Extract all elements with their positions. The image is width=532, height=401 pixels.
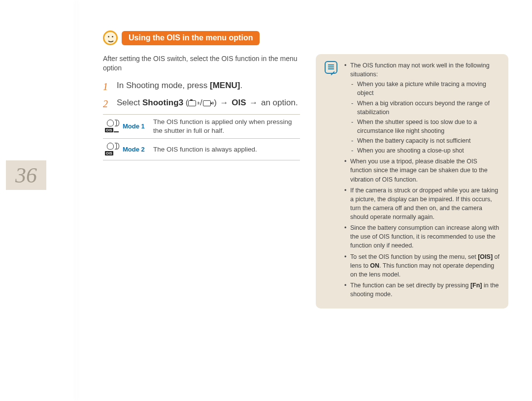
note-subitem: When you are shooting a close-up shot — [350, 146, 499, 155]
note-list: The OIS function may not work well in th… — [344, 61, 499, 301]
note-subitem: When the battery capacity is not suffici… — [350, 136, 499, 145]
left-column: After setting the OIS switch, select the… — [103, 54, 300, 308]
page-number-panel: 36 — [6, 160, 46, 190]
note-icon — [325, 61, 337, 74]
note-item: When you use a tripod, please disable th… — [344, 157, 499, 184]
camera-mode-icons: 3/3 — [188, 97, 214, 109]
step-number: 1 — [103, 80, 111, 94]
table-row: OIS Mode 1 The OIS function is applied o… — [103, 114, 300, 138]
note-item: If the camera is struck or dropped while… — [344, 186, 499, 222]
section-heading: Using the OIS in the menu option — [122, 31, 260, 45]
mode-label: Mode 2 — [123, 146, 145, 153]
ois-mode2-icon: OIS — [105, 142, 119, 154]
mode-table: OIS Mode 1 The OIS function is applied o… — [103, 114, 300, 161]
step-body: In Shooting mode, press [MENU]. — [117, 80, 300, 94]
intro-text: After setting the OIS switch, select the… — [103, 54, 300, 73]
step-body: Select Shooting3 (3/3) → OIS → an option… — [117, 97, 300, 111]
page-number: 36 — [15, 163, 37, 188]
left-margin: 36 — [0, 0, 76, 401]
ois-mode1-icon: OIS — [105, 119, 119, 131]
mode-desc: The OIS function is applied only when pr… — [151, 114, 300, 138]
steps-list: 1 In Shooting mode, press [MENU]. 2 Sele… — [103, 80, 300, 111]
mode-label: Mode 1 — [123, 123, 145, 130]
smiley-icon — [103, 31, 118, 45]
camera-icon — [188, 100, 196, 106]
note-box: The OIS function may not work well in th… — [316, 54, 508, 308]
note-item: The OIS function may not work well in th… — [344, 61, 499, 155]
note-sublist: When you take a picture while tracing a … — [350, 80, 499, 155]
step-2: 2 Select Shooting3 (3/3) → OIS → an opti… — [103, 97, 300, 111]
section-heading-row: Using the OIS in the menu option — [103, 31, 508, 45]
note-item: The function can be set directly by pres… — [344, 281, 499, 299]
page-content: Using the OIS in the menu option After s… — [76, 0, 532, 401]
right-column: The OIS function may not work well in th… — [316, 54, 508, 308]
step-1: 1 In Shooting mode, press [MENU]. — [103, 80, 300, 94]
mode-desc: The OIS function is always applied. — [151, 139, 300, 160]
video-icon — [203, 100, 211, 106]
step-number: 2 — [103, 97, 111, 111]
note-item: To set the OIS function by using the men… — [344, 252, 499, 279]
note-item: Since the battery consumption can increa… — [344, 223, 499, 250]
note-subitem: When you take a picture while tracing a … — [350, 80, 499, 97]
table-row: OIS Mode 2 The OIS function is always ap… — [103, 139, 300, 160]
note-subitem: When a big vibration occurs beyond the r… — [350, 99, 499, 117]
note-subitem: When the shutter speed is too slow due t… — [350, 118, 499, 135]
